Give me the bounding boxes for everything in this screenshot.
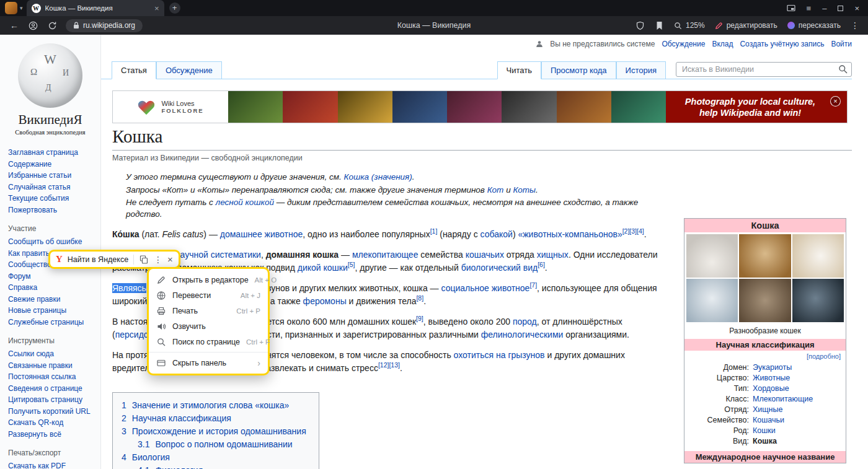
taxonomy-value[interactable]: Млекопитающие (753, 394, 841, 405)
sidebar-item[interactable]: Новые страницы (8, 305, 97, 317)
tab-Просмотр кода[interactable]: Просмотр кода (541, 61, 616, 79)
article-link[interactable]: кошачьих (466, 250, 504, 260)
tab-close-icon[interactable]: × (154, 4, 159, 13)
taxonomy-value[interactable]: Хордовые (753, 384, 841, 394)
tab-История[interactable]: История (616, 61, 666, 79)
menu-item[interactable]: ПеревестиAlt + J (149, 287, 268, 303)
reference-link[interactable]: [1] (430, 227, 438, 235)
personal-link[interactable]: Обсуждение (662, 40, 705, 48)
personal-link[interactable]: Войти (831, 40, 852, 48)
article-link[interactable]: пород (513, 317, 537, 327)
article-link[interactable]: собакой (480, 229, 513, 239)
toc-item[interactable]: 3Происхождение и история одомашнивания (122, 425, 306, 438)
menu-item[interactable]: Озвучить (149, 318, 268, 334)
toc-item[interactable]: 2Научная классификация (122, 412, 306, 425)
cat-photo[interactable] (686, 279, 738, 322)
toc-item[interactable]: 4Биология (122, 451, 306, 464)
protect-icon[interactable] (636, 21, 645, 30)
reference-link[interactable]: [9] (416, 315, 423, 322)
browser-profile-button[interactable] (5, 2, 17, 14)
article-link[interactable]: лесной кошкой (216, 198, 274, 207)
user-icon[interactable] (29, 21, 38, 30)
yandex-find-toolbar[interactable]: Y Найти в Яндексе ⋮ × (48, 250, 180, 269)
sidebar-item[interactable]: Развернуть всё (8, 429, 97, 441)
retell-button[interactable]: пересказать (787, 21, 841, 30)
article-link[interactable]: биологический вид (461, 263, 538, 273)
toolbar-more-icon[interactable]: ⋮ (154, 255, 162, 265)
find-in-yandex-label[interactable]: Найти в Яндексе (68, 255, 128, 264)
article-link[interactable]: социальное животное (441, 283, 530, 293)
reference-link[interactable]: [5] (348, 261, 355, 268)
article-link[interactable]: фелинологическими (481, 330, 564, 340)
sidebar-item[interactable]: Форум (8, 271, 97, 283)
sidebar-item[interactable]: Цитировать страницу (8, 394, 97, 406)
more-options-icon[interactable]: ⋮ (851, 21, 859, 30)
sidebar-item[interactable]: Скачать как PDF (8, 460, 97, 469)
browser-tab[interactable]: W Кошка — Википедия × (27, 0, 164, 16)
pip-icon[interactable] (787, 4, 795, 12)
sidebar-item[interactable]: Текущие события (8, 193, 97, 204)
article-link[interactable]: охотиться на грызунов (454, 350, 545, 360)
sidebar-item[interactable]: Справка (8, 282, 97, 294)
taxonomy-value[interactable]: Кошачьи (753, 415, 841, 426)
sidebar-item[interactable]: Ссылки сюда (8, 348, 97, 360)
article-link[interactable]: дикой кошки (298, 263, 348, 273)
menu-item[interactable]: ПечатьCtrl + P (149, 303, 268, 318)
article-link[interactable]: «животных-компаньонов» (518, 229, 622, 239)
tab-Читать[interactable]: Читать (497, 61, 541, 79)
tab-Статья[interactable]: Статья (112, 61, 156, 79)
article-link[interactable]: домашнее животное (220, 229, 303, 239)
sidebar-item[interactable]: Служебные страницы (8, 317, 97, 328)
sidebar-item[interactable]: Скачать QR-код (8, 417, 97, 429)
url-field[interactable]: ru.wikipedia.org (66, 19, 143, 32)
sidebar-item[interactable]: Связанные правки (8, 360, 97, 372)
cat-photo[interactable] (739, 234, 790, 278)
cat-photo[interactable] (792, 279, 844, 322)
reference-link[interactable]: [12][13] (378, 361, 400, 369)
menu-item-hide-panel[interactable]: Скрыть панель › (149, 355, 268, 370)
article-link[interactable]: феромоны (303, 296, 347, 306)
zoom-indicator[interactable]: 125% (674, 21, 705, 30)
sidebar-item[interactable]: Получить короткий URL (8, 406, 97, 418)
window-close-icon[interactable]: × (854, 4, 859, 12)
back-icon[interactable]: ← (10, 21, 19, 30)
search-input[interactable] (676, 62, 852, 77)
wiki-loves-folklore-banner[interactable]: Wiki Loves FOLKLORE Photograph your loca… (112, 90, 848, 123)
personal-link[interactable]: Создать учётную запись (740, 40, 824, 48)
taxonomy-value[interactable]: Животные (753, 373, 841, 384)
tab-Обсуждение[interactable]: Обсуждение (156, 61, 222, 79)
reference-link[interactable]: [8] (416, 294, 423, 302)
reference-link[interactable]: [6] (538, 261, 545, 268)
article-link[interactable]: Кошка (значения) (344, 172, 412, 182)
taxonomy-value[interactable]: Эукариоты (753, 362, 841, 373)
wikipedia-globe-logo[interactable]: WΩИД (18, 43, 82, 108)
article-link[interactable]: млекопитающее (352, 250, 418, 260)
article-link[interactable]: Кот (487, 185, 504, 195)
toc-item[interactable]: 3.1Вопрос о полном одомашнивании (122, 438, 306, 451)
personal-link[interactable]: Вклад (712, 40, 733, 48)
infobox-details-link[interactable]: [подробно] (684, 351, 846, 361)
reference-link[interactable]: [7] (529, 281, 537, 289)
taxonomy-value[interactable]: Хищные (753, 405, 841, 415)
minimize-icon[interactable]: – (822, 4, 826, 12)
sidebar-item[interactable]: Свежие правки (8, 294, 97, 305)
search-icon[interactable] (838, 64, 848, 74)
edit-mode-button[interactable]: редактировать (715, 21, 777, 30)
cat-photo[interactable] (792, 234, 844, 278)
cat-photo[interactable] (739, 279, 790, 322)
new-tab-button[interactable]: + (169, 2, 180, 14)
sidebar-item[interactable]: Пожертвовать (8, 204, 97, 216)
toc-item[interactable]: 4.1Физиология (122, 464, 306, 469)
article-link[interactable]: научной систематики (175, 250, 261, 260)
maximize-icon[interactable] (838, 4, 843, 12)
menu-item[interactable]: Открыть в редактореAlt + O (149, 272, 268, 287)
copy-icon[interactable] (139, 255, 149, 265)
chevron-down-icon[interactable]: ▾ (20, 5, 23, 11)
sidebar-item[interactable]: Избранные статьи (8, 170, 97, 182)
sidebar-item[interactable]: Сообщить об ошибке (8, 236, 97, 248)
taxonomy-value[interactable]: Кошки (753, 426, 841, 436)
sidebar-item[interactable]: Случайная статья (8, 182, 97, 193)
sidebar-item[interactable]: Постоянная ссылка (8, 371, 97, 383)
article-link[interactable]: Коты (513, 185, 536, 195)
menu-icon[interactable]: ≡ (807, 4, 812, 12)
